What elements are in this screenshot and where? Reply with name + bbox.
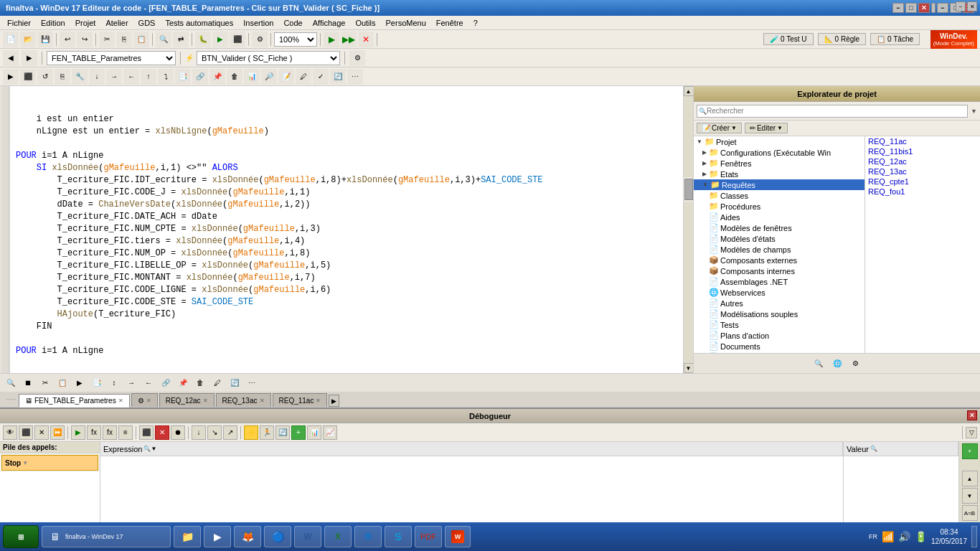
ba-btn9[interactable]: ← [141, 375, 156, 391]
tree-item-fenetres[interactable]: ▶ 📁 Fenêtres [694, 158, 864, 169]
tb3-btn18[interactable]: 🖊 [296, 69, 311, 85]
save-btn[interactable]: 💾 [37, 32, 53, 47]
taskbar-app-media[interactable]: ▶ [204, 526, 231, 547]
tb3-btn9[interactable]: ↑ [141, 69, 156, 85]
ba-btn3[interactable]: ✂ [37, 375, 53, 391]
scroll-down-btn2[interactable]: ▼ [962, 488, 978, 504]
tree-item-autres[interactable]: ▶ 📄 Autres [694, 298, 864, 309]
ba-btn1[interactable]: 🔍 [3, 375, 19, 391]
taskbar-app-word[interactable]: W [294, 526, 321, 547]
taskbar-app-windev2[interactable]: W [445, 526, 471, 547]
tools-btn[interactable]: ⚙ [252, 32, 268, 47]
debug-icon-chart[interactable]: 📊 [307, 425, 321, 440]
menu-affichage[interactable]: Affichage [308, 17, 350, 29]
list-item-req11bis1[interactable]: REQ_11bis1 [865, 146, 980, 156]
tb3-btn13[interactable]: 📌 [209, 69, 225, 85]
debug-icon-yellow[interactable]: ⚡ [244, 425, 258, 440]
stop-btn[interactable]: ⬛ [230, 32, 245, 47]
tb3-btn7[interactable]: → [106, 69, 122, 85]
menu-fenetre[interactable]: Fenêtre [432, 17, 468, 29]
tab-close-btn[interactable]: ✕ [203, 397, 208, 404]
create-btn[interactable]: 📝 Créer ▼ [697, 123, 742, 133]
tb3-btn20[interactable]: 🔄 [330, 69, 346, 85]
menu-outils[interactable]: Outils [351, 17, 380, 29]
edit-btn[interactable]: ✏ Editer ▼ [745, 123, 788, 133]
run-green1[interactable]: ▶ [324, 32, 339, 47]
explorer-search-input[interactable] [707, 105, 966, 117]
debug-icon-into[interactable]: ↘ [207, 425, 222, 440]
ba-btn6[interactable]: 📑 [89, 375, 105, 391]
tree-item-webservices[interactable]: ▶ 🌐 Webservices [694, 287, 864, 298]
taskbar-app-outlook[interactable]: O [354, 526, 382, 547]
nav-back-btn[interactable]: ◀ [3, 50, 19, 66]
system-clock[interactable]: 08:34 12/05/2017 [931, 527, 967, 546]
ba-btn2[interactable]: ⏹ [20, 375, 36, 391]
code-area[interactable]: i est un entier nLigne est un entier = x… [10, 86, 683, 373]
run-green2[interactable]: ▶▶ [341, 32, 357, 47]
task-btn[interactable]: 📋 0 Tâche [870, 33, 920, 45]
tb3-btn11[interactable]: 📑 [175, 69, 191, 85]
eq-btn[interactable]: A=B [962, 505, 978, 521]
tree-item-composants-int[interactable]: ▶ 📦 Composants internes [694, 265, 864, 276]
tree-item-aides[interactable]: ▶ 📄 Aides [694, 212, 864, 222]
menu-help[interactable]: ? [469, 17, 482, 29]
debug-icon-watch[interactable]: 👁 [3, 425, 17, 440]
taskbar-app-pdf[interactable]: PDF [415, 526, 442, 547]
tab-fen-table[interactable]: 🖥 FEN_TABLE_Parametres ✕ [19, 394, 130, 408]
menu-edition[interactable]: Edition [37, 17, 70, 29]
explorer-browser-btn[interactable]: 🌐 [829, 356, 845, 372]
new-btn[interactable]: 📄 [3, 32, 19, 47]
zoom-select[interactable]: 100% 75% 50% [274, 32, 317, 47]
ba-btn10[interactable]: 🔗 [158, 375, 174, 391]
debug-icon-end[interactable]: ✕ [155, 425, 169, 440]
tab-scroll-right[interactable]: ▶ [329, 395, 339, 407]
tb3-btn12[interactable]: 🔗 [192, 69, 208, 85]
run-btn[interactable]: ▶ [212, 32, 228, 47]
tree-item-procedures[interactable]: ▶ 📁 Procédures [694, 201, 864, 212]
debug-icon-play[interactable]: ▶ [71, 425, 85, 440]
outer-restore-btn[interactable]: □ [905, 3, 917, 13]
tree-item-modeles-etats[interactable]: ▶ 📄 Modèles d'états [694, 233, 864, 244]
test-btn[interactable]: 🧪 0 Test U [763, 33, 814, 45]
tree-item-plans[interactable]: ▶ 📄 Plans d'action [694, 330, 864, 341]
tb3-btn4[interactable]: ⎘ [55, 69, 70, 85]
menu-atelier[interactable]: Atelier [101, 17, 132, 29]
tb3-btn5[interactable]: 🔧 [72, 69, 88, 85]
debug-icon-run2[interactable]: 🏃 [260, 425, 274, 440]
tree-item-modeles-fen[interactable]: ▶ 📄 Modèles de fenêtres [694, 222, 864, 233]
debugger-close-btn[interactable]: ✕ [967, 410, 977, 420]
search-btn[interactable]: 🔍 [156, 32, 171, 47]
menu-gds[interactable]: GDS [134, 17, 160, 29]
tree-item-classes[interactable]: ▶ 📁 Classes [694, 190, 864, 201]
tb3-btn1[interactable]: ▶ [3, 69, 19, 85]
tree-item-projet[interactable]: ▼ 📁 Projet [694, 136, 864, 147]
ba-btn8[interactable]: → [123, 375, 139, 391]
paste-btn[interactable]: 📋 [133, 32, 149, 47]
menu-tests[interactable]: Tests automatiques [161, 17, 237, 29]
inner-minimize-btn[interactable]: − [937, 3, 948, 13]
tb3-btn8[interactable]: ← [123, 69, 139, 85]
debug-btn[interactable]: 🐛 [195, 32, 211, 47]
nav-fwd-btn[interactable]: ▶ [22, 50, 37, 66]
taskbar-app-excel[interactable]: X [324, 526, 352, 547]
undo-btn[interactable]: ↩ [60, 32, 75, 47]
tb3-btn10[interactable]: ⤵ [158, 69, 174, 85]
ba-btn15[interactable]: ⋯ [244, 375, 260, 391]
tab-settings[interactable]: ⚙ ✕ [131, 393, 158, 407]
menu-insertion[interactable]: Insertion [239, 17, 278, 29]
debug-icon-out[interactable]: ↗ [223, 425, 237, 440]
list-item-req12ac[interactable]: REQ_12ac [865, 156, 980, 166]
explorer-search-btn[interactable]: 🔍 [811, 356, 826, 372]
debug-icon-run3[interactable]: 🔄 [275, 425, 290, 440]
taskbar-app-firefox[interactable]: 🦊 [234, 526, 261, 547]
tb3-btn15[interactable]: 📊 [244, 69, 260, 85]
menu-code[interactable]: Code [279, 17, 306, 29]
menu-fichier[interactable]: Fichier [3, 17, 35, 29]
debug-icon-stop[interactable]: ⬛ [139, 425, 154, 440]
list-item-req11ac[interactable]: REQ_11ac [865, 136, 980, 146]
menu-projet[interactable]: Projet [71, 17, 100, 29]
cut-btn[interactable]: ✂ [99, 32, 115, 47]
debug-icon-step2[interactable]: ↓ [192, 425, 206, 440]
scroll-thumb[interactable] [684, 179, 693, 200]
show-desktop-btn[interactable] [971, 526, 977, 547]
